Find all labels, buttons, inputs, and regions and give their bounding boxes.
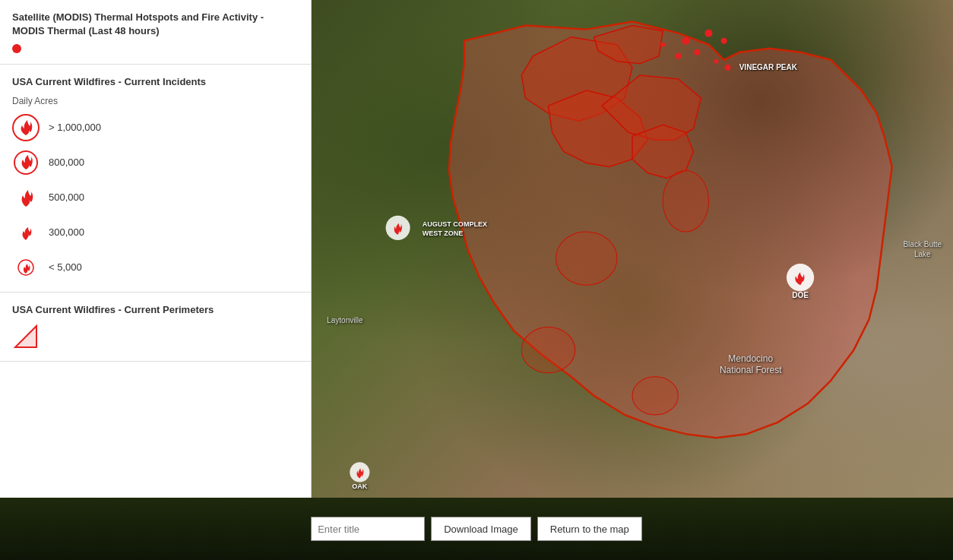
- modis-title: Satellite (MODIS) Thermal Hotspots and F…: [12, 11, 299, 38]
- legend-label-3: 500,000: [49, 191, 84, 203]
- svg-point-14: [714, 59, 719, 64]
- svg-text:VINEGAR PEAK: VINEGAR PEAK: [739, 63, 798, 71]
- svg-point-4: [663, 171, 708, 232]
- svg-text:Lake: Lake: [914, 250, 931, 258]
- perimeter-icon: [12, 323, 40, 350]
- legend-items: > 1,000,000 800,000: [12, 114, 299, 281]
- legend-label-2: 800,000: [49, 157, 84, 168]
- svg-point-12: [675, 53, 681, 59]
- modis-dot: [12, 44, 21, 53]
- left-panel: Satellite (MODIS) Thermal Hotspots and F…: [0, 0, 312, 498]
- legend-item-1: > 1,000,000: [12, 114, 299, 141]
- svg-text:DOE: DOE: [792, 291, 809, 299]
- fire-icon-large1: [12, 114, 40, 141]
- legend-item-4: 300,000: [12, 219, 299, 246]
- svg-point-7: [632, 377, 678, 415]
- svg-point-9: [704, 30, 712, 37]
- svg-text:Black Butte: Black Butte: [903, 240, 942, 248]
- svg-marker-3: [15, 326, 36, 347]
- perimeters-section: USA Current Wildfires - Current Perimete…: [0, 293, 311, 362]
- legend-label-4: 300,000: [49, 226, 84, 238]
- svg-point-16: [725, 65, 731, 71]
- legend-label-5: < 5,000: [49, 261, 82, 273]
- svg-point-10: [694, 49, 700, 55]
- svg-text:National Forest: National Forest: [720, 365, 782, 375]
- svg-text:Mendocino: Mendocino: [728, 353, 773, 364]
- svg-point-5: [556, 232, 617, 285]
- svg-point-6: [521, 327, 575, 372]
- fire-icon-tiny: [12, 254, 40, 281]
- svg-point-13: [660, 43, 665, 47]
- map-area: VINEGAR PEAK DOE AUGUST COMPLEX WEST ZON…: [312, 0, 953, 498]
- svg-text:OAK: OAK: [352, 482, 368, 490]
- wildfires-title: USA Current Wildfires - Current Incident…: [12, 75, 299, 89]
- fire-perimeter-overlay: VINEGAR PEAK DOE AUGUST COMPLEX WEST ZON…: [312, 0, 953, 498]
- title-input[interactable]: [311, 517, 425, 541]
- legend-label-1: > 1,000,000: [49, 122, 101, 133]
- svg-text:Laytonville: Laytonville: [327, 316, 363, 324]
- download-button[interactable]: Download Image: [431, 517, 531, 541]
- bottom-bar: Download Image Return to the map: [0, 498, 953, 560]
- svg-text:AUGUST COMPLEX: AUGUST COMPLEX: [423, 220, 487, 228]
- perimeters-title: USA Current Wildfires - Current Perimete…: [12, 303, 299, 317]
- svg-point-8: [682, 37, 689, 45]
- legend-item-5: < 5,000: [12, 254, 299, 281]
- fire-icon-medium: [12, 184, 40, 211]
- fire-icon-small: [12, 219, 40, 246]
- modis-section: Satellite (MODIS) Thermal Hotspots and F…: [0, 0, 311, 65]
- legend-subtitle: Daily Acres: [12, 96, 299, 106]
- legend-item-3: 500,000: [12, 184, 299, 211]
- wildfires-section: USA Current Wildfires - Current Incident…: [0, 65, 311, 292]
- fire-icon-large2: [12, 149, 40, 176]
- svg-text:WEST ZONE: WEST ZONE: [423, 229, 464, 237]
- return-to-map-button[interactable]: Return to the map: [537, 517, 642, 541]
- legend-item-2: 800,000: [12, 149, 299, 176]
- svg-point-11: [721, 38, 727, 44]
